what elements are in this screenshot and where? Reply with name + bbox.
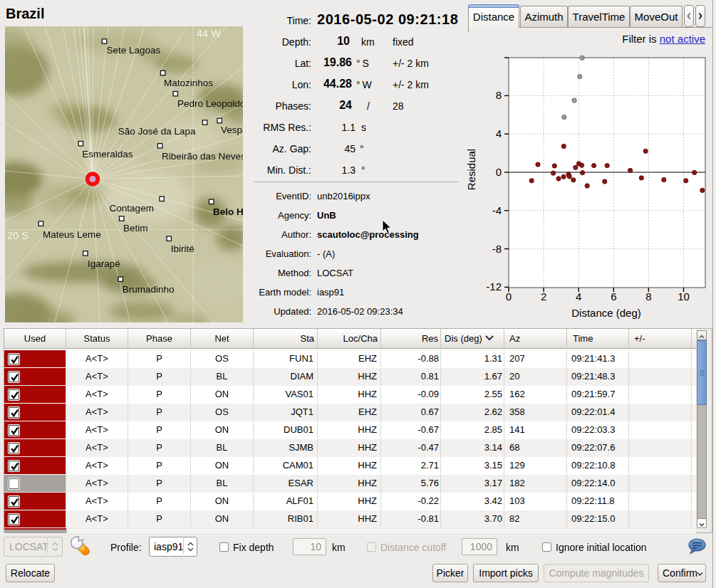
svg-text:Contagem: Contagem	[110, 203, 154, 214]
svg-text:0: 0	[496, 166, 502, 178]
svg-text:Vespasiano: Vespasiano	[221, 125, 243, 135]
svg-text:Distance (deg): Distance (deg)	[571, 307, 641, 319]
svg-text:Betim: Betim	[123, 223, 148, 233]
svg-text:8: 8	[645, 290, 651, 303]
svg-text:0: 0	[506, 290, 512, 303]
svg-text:Ibirité: Ibirité	[171, 243, 194, 254]
svg-text:6: 6	[611, 290, 616, 303]
svg-text:-4: -4	[492, 204, 502, 216]
svg-text:Sete Lagoas: Sete Lagoas	[107, 45, 161, 56]
svg-text:Residual: Residual	[465, 149, 477, 190]
svg-text:2: 2	[541, 290, 546, 303]
svg-text:-12: -12	[486, 280, 502, 293]
svg-text:10: 10	[678, 290, 690, 303]
svg-text:Mateus Leme: Mateus Leme	[43, 229, 101, 240]
svg-text:São José da Lapa: São José da Lapa	[118, 126, 196, 137]
svg-text:-8: -8	[492, 243, 502, 255]
svg-text:Igarapé: Igarapé	[88, 258, 120, 269]
svg-text:4: 4	[576, 290, 581, 303]
svg-text:Ribeirão das Neves: Ribeirão das Neves	[162, 151, 243, 162]
svg-text:Matozinhos: Matozinhos	[164, 78, 213, 88]
svg-text:Esmeraldas: Esmeraldas	[82, 149, 133, 159]
svg-text:Pedro Leopoldo: Pedro Leopoldo	[177, 98, 243, 109]
svg-text:20 S: 20 S	[7, 230, 28, 241]
svg-text:4: 4	[496, 127, 502, 140]
svg-text:8: 8	[496, 89, 502, 101]
svg-text:Belo Horizonte: Belo Horizonte	[213, 206, 243, 217]
svg-text:44 W: 44 W	[197, 28, 221, 39]
svg-text:Brumadinho: Brumadinho	[123, 284, 175, 295]
